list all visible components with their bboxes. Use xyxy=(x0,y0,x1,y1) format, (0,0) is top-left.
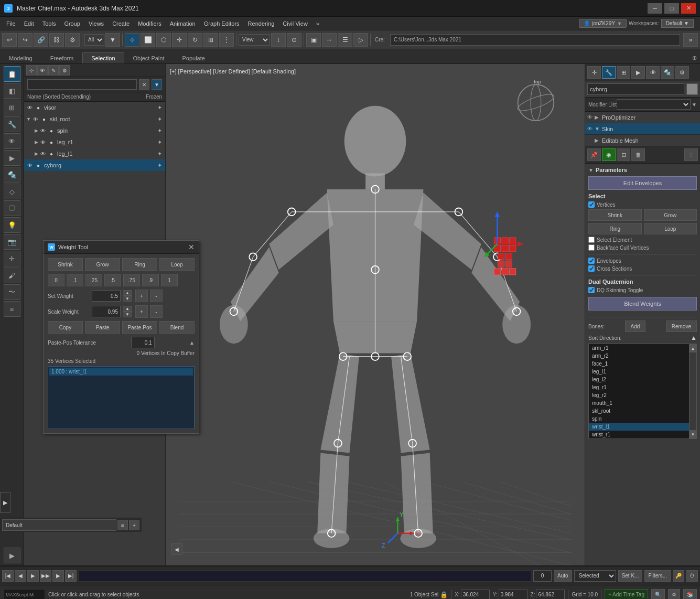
wt-shrink-btn[interactable]: Shrink xyxy=(48,258,83,271)
layer-icon[interactable]: ◧ xyxy=(4,83,20,99)
modifier-prooptimizer[interactable]: 👁 ▶ ProOptimizer xyxy=(585,112,700,123)
show-gizmo-btn[interactable]: ⊡ xyxy=(617,148,630,161)
filter-combo[interactable]: All xyxy=(84,34,104,46)
utilities-icon[interactable]: 🔩 xyxy=(4,167,20,183)
wt-num-5[interactable]: .5 xyxy=(104,274,121,286)
wt-paste-pos-btn[interactable]: Paste-Pos xyxy=(122,321,157,334)
scene-row-leg-r1[interactable]: ▶ 👁 ● leg_r1 ✦ xyxy=(24,136,165,148)
wt-set-weight-input[interactable] xyxy=(92,290,121,302)
add-time-tag-btn[interactable]: + Add Time Tag xyxy=(605,589,648,600)
params-shrink-btn[interactable]: Shrink xyxy=(588,209,642,221)
edit-envelopes-btn[interactable]: Edit Envelopes xyxy=(588,176,697,190)
bone-face-1[interactable]: face_1 xyxy=(589,360,689,368)
tab-modeling[interactable]: Modeling xyxy=(0,52,41,63)
params-collapse-arrow[interactable]: ▼ xyxy=(588,167,594,173)
motion-panel-btn[interactable]: ▶ xyxy=(631,66,645,79)
align-btn[interactable]: ▣ xyxy=(306,33,321,47)
object-color-swatch[interactable] xyxy=(686,83,698,95)
move-tool[interactable]: ✛ xyxy=(172,33,187,47)
menu-more[interactable]: » xyxy=(312,17,324,30)
wt-scale-weight-down[interactable]: ▼ xyxy=(123,312,132,317)
paint-brush-icon[interactable]: 🖌 xyxy=(4,268,20,283)
auto-key-btn[interactable]: Auto xyxy=(554,570,572,582)
hierarchy-icon[interactable]: ⊞ xyxy=(4,100,20,115)
wt-grow-btn[interactable]: Grow xyxy=(85,258,120,271)
modify-panel-btn[interactable]: 🔧 xyxy=(602,66,616,79)
select-filter[interactable]: ▼ xyxy=(105,33,120,47)
wt-scale-weight-up[interactable]: ▲ xyxy=(123,306,132,312)
wt-tolerance-arrow[interactable]: ▲ xyxy=(189,340,195,346)
tab-freeform[interactable]: Freeform xyxy=(41,52,83,63)
create-shape-icon[interactable]: 〇 xyxy=(4,200,20,216)
select-lasso[interactable]: ⬡ xyxy=(156,33,171,47)
wt-tolerance-input[interactable] xyxy=(131,337,155,348)
menu-civil-view[interactable]: Civil View xyxy=(278,17,311,30)
tools-panel-btn[interactable]: ⚙ xyxy=(675,66,689,79)
wt-scale-weight-plus[interactable]: + xyxy=(135,305,148,318)
settings-btn[interactable]: ⚙ xyxy=(668,589,680,600)
dq-skinning-checkbox[interactable] xyxy=(588,287,595,293)
selected-combo[interactable]: Selected xyxy=(574,570,616,582)
sort-up-arrow[interactable]: ▲ xyxy=(691,334,697,341)
wt-set-weight-up[interactable]: ▲ xyxy=(123,290,132,296)
menu-tools[interactable]: Tools xyxy=(38,17,60,30)
select-element-checkbox[interactable] xyxy=(588,237,595,243)
ribbon-icon[interactable]: ≡ xyxy=(4,301,20,317)
configure-modifier-sets[interactable]: ≡ xyxy=(684,148,698,161)
envelopes-checkbox[interactable] xyxy=(588,258,595,264)
create-geo-icon[interactable]: ◇ xyxy=(4,184,20,199)
undo-button[interactable]: ↩ xyxy=(2,33,17,47)
wt-copy-btn[interactable]: Copy xyxy=(48,321,83,334)
scene-row-spin[interactable]: ▶ 👁 ● spin ✦ xyxy=(24,125,165,136)
create-geometry-btn[interactable]: ✛ xyxy=(587,66,601,79)
layers-btn[interactable]: 📚 xyxy=(683,589,697,600)
utility-panel-btn[interactable]: 🔩 xyxy=(661,66,674,79)
layer-btn-2[interactable]: + xyxy=(129,520,139,530)
bone-leg-l2[interactable]: leg_l2 xyxy=(589,376,689,383)
wt-loop-btn[interactable]: Loop xyxy=(159,258,195,271)
select-mode[interactable]: ⊹ xyxy=(125,33,139,47)
time-config-btn[interactable]: ⏱ xyxy=(686,570,698,582)
wt-num-1[interactable]: .1 xyxy=(67,274,83,286)
bone-arm-r2[interactable]: arm_r2 xyxy=(589,352,689,360)
wt-num-25[interactable]: .25 xyxy=(85,274,102,286)
wt-scale-weight-input[interactable] xyxy=(92,306,121,317)
scene-customize-btn[interactable]: ⚙ xyxy=(59,65,70,76)
bone-wrist-l1[interactable]: wrist_l1 xyxy=(589,423,689,431)
expand-icon[interactable]: ▶ xyxy=(4,548,20,563)
tab-populate[interactable]: Populate xyxy=(173,52,213,63)
bone-skl-root[interactable]: skl_root xyxy=(589,407,689,415)
maxscript-area[interactable]: MAXScript Mi xyxy=(3,589,45,600)
menu-views[interactable]: Views xyxy=(84,17,108,30)
wt-paste-btn[interactable]: Paste xyxy=(85,321,120,334)
coord-btn[interactable]: ↕ xyxy=(271,33,286,47)
create-cam-icon[interactable]: 📷 xyxy=(4,234,20,250)
y-input[interactable] xyxy=(499,590,527,600)
bone-mouth-1[interactable]: mouth_1 xyxy=(589,399,689,407)
display-icon[interactable]: 👁 xyxy=(4,133,20,149)
menu-edit[interactable]: Edit xyxy=(20,17,38,30)
render-btn[interactable]: ▷ xyxy=(353,33,368,47)
backface-cull-checkbox[interactable] xyxy=(588,244,595,251)
wt-num-1full[interactable]: 1 xyxy=(161,274,178,286)
menu-modifiers[interactable]: Modifiers xyxy=(134,17,166,30)
bones-scrollbar[interactable]: ▲ ▼ xyxy=(689,344,696,438)
menu-create[interactable]: Create xyxy=(108,17,134,30)
scale-tool[interactable]: ⊞ xyxy=(203,33,218,47)
wt-bone-item-wrist[interactable]: 1.000 : wrist_l1 xyxy=(49,368,193,376)
pin-modifier-btn[interactable]: 📌 xyxy=(587,148,601,161)
modifier-combo[interactable] xyxy=(617,99,691,110)
object-name-input[interactable] xyxy=(587,83,684,95)
params-grow-btn[interactable]: Grow xyxy=(644,209,697,221)
scene-row-visor[interactable]: 👁 ● visor ✦ xyxy=(24,102,165,113)
unlink-button[interactable]: ⛓ xyxy=(49,33,64,47)
modifier-dropdown-arrow[interactable]: ▼ xyxy=(692,102,697,108)
rotate-tool[interactable]: ↻ xyxy=(188,33,202,47)
modifier-skin[interactable]: 👁 ▼ Skin xyxy=(585,123,700,135)
prev-frame-btn[interactable]: ◀ xyxy=(15,570,26,582)
tab-selection[interactable]: Selection xyxy=(82,52,124,63)
scene-filter-btn[interactable]: ▼ xyxy=(152,79,162,90)
menu-rendering[interactable]: Rendering xyxy=(244,17,279,30)
go-end-btn[interactable]: ▶| xyxy=(65,570,77,582)
params-loop-btn[interactable]: Loop xyxy=(644,223,697,234)
